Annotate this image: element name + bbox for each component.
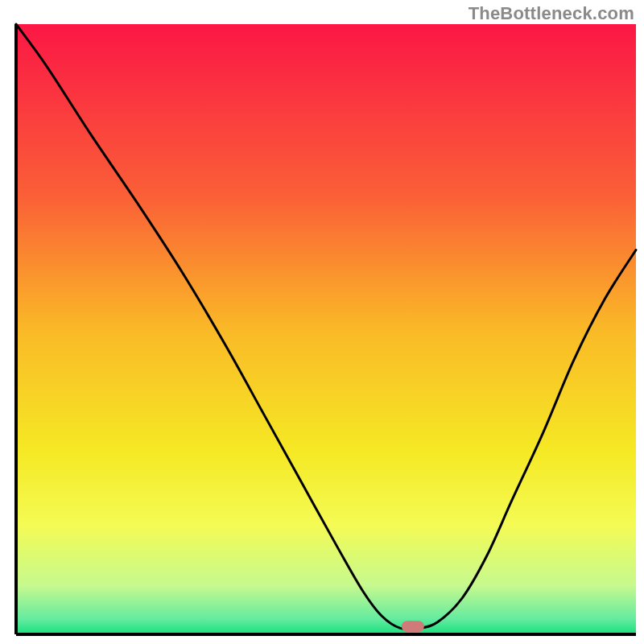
chart-container: { "attribution": "TheBottleneck.com", "c… (0, 0, 644, 644)
current-value-marker (402, 621, 424, 632)
bottleneck-chart (0, 0, 644, 644)
attribution-label: TheBottleneck.com (469, 3, 634, 24)
gradient-background (16, 24, 636, 634)
